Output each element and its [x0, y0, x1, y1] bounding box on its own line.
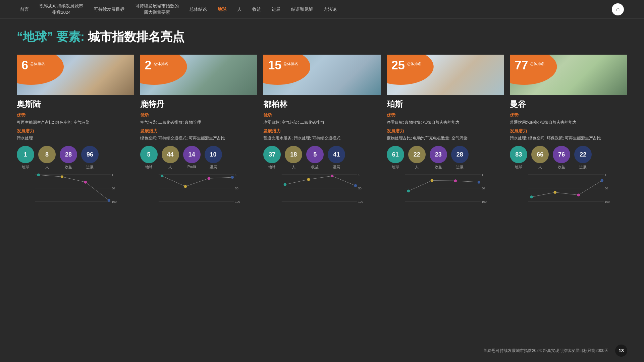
score-circle-bangkok-人: 66 [531, 146, 549, 163]
rank-badge-oslo: 6 总体排名 [17, 55, 64, 85]
rank-number-dublin: 15 [268, 59, 281, 71]
svg-point-55 [478, 181, 480, 183]
city-card-bangkok: 77 总体排名 曼谷 优势 普通饮用水服务; 抵御自然灾害的能力 发展潜力 污水… [510, 55, 627, 203]
svg-point-52 [407, 190, 410, 192]
score-item-perth-人: 22 人 [408, 146, 426, 170]
strengths-text-dublin: 净零目标; 空气污染; 二氧化碳排放 [263, 119, 381, 125]
score-item-bangkok-地球: 83 地球 [510, 146, 527, 170]
mini-chart-dublin: 150100 [263, 173, 381, 203]
score-circle-perth-人: 22 [408, 146, 426, 163]
scores-row-perth: 61 地球 22 人 23 收益 28 进展 [387, 146, 504, 170]
city-name-oslo: 奥斯陆 [17, 99, 134, 110]
score-label-oslo-人: 人 [45, 165, 49, 170]
title-rest: 城市指数排名亮点 [85, 30, 184, 44]
score-label-dublin-地球: 地球 [268, 165, 276, 170]
score-label-oslo-收益: 收益 [65, 165, 72, 170]
svg-point-13 [108, 199, 110, 202]
score-circle-bangkok-进展: 22 [574, 146, 592, 163]
card-image-perth: 25 总体排名 [387, 55, 504, 95]
score-label-perth-地球: 地球 [392, 165, 399, 170]
city-name-bangkok: 曼谷 [510, 99, 627, 110]
city-cards-grid: 6 总体排名 奥斯陆 优势 可再生能源生产占比; 绿色空间; 空气污染 发展潜力… [17, 55, 627, 203]
rank-number-oslo: 6 [21, 59, 28, 71]
score-label-bangkok-收益: 收益 [558, 165, 565, 170]
score-label-perth-人: 人 [415, 165, 419, 170]
score-circle-rotterdam-人: 44 [162, 146, 179, 163]
score-label-bangkok-人: 人 [538, 165, 542, 170]
score-label-bangkok-地球: 地球 [515, 165, 522, 170]
top-navigation: 前言 凯谛思可持续发展城市 指数2024 可持续发展目标 可持续发展城市指数的 … [0, 0, 644, 19]
nav-people[interactable]: 人 [237, 6, 241, 12]
score-label-bangkok-进展: 进展 [579, 165, 587, 170]
score-circle-perth-地球: 61 [387, 146, 404, 163]
nav-progress[interactable]: 进展 [272, 6, 280, 12]
rank-badge-bangkok: 77 总体排名 [510, 55, 557, 85]
score-item-perth-收益: 23 收益 [430, 146, 447, 170]
score-circle-perth-进展: 28 [451, 146, 469, 163]
page-title: “地球” 要素: 城市指数排名亮点 [17, 29, 627, 45]
score-circle-dublin-收益: 5 [306, 146, 324, 163]
nav-four-elements[interactable]: 可持续发展城市指数的 四大衡量要素 [135, 3, 179, 15]
svg-point-69 [601, 179, 603, 182]
nav-overall-conclusion[interactable]: 总体结论 [190, 6, 207, 12]
potential-label-rotterdam: 发展潜力 [140, 128, 258, 134]
page-number: 13 [615, 345, 627, 357]
svg-text:50: 50 [235, 187, 238, 190]
score-circle-oslo-地球: 1 [17, 146, 34, 163]
nav-earth[interactable]: 地球 [218, 6, 226, 12]
nav-methodology[interactable]: 方法论 [324, 6, 337, 12]
card-image-oslo: 6 总体排名 [17, 55, 134, 95]
score-item-dublin-进展: 41 进展 [328, 146, 345, 170]
strengths-label-rotterdam: 优势 [140, 112, 258, 118]
home-button[interactable]: ⌂ [612, 3, 624, 15]
card-image-rotterdam: 2 总体排名 [140, 55, 258, 95]
svg-text:100: 100 [605, 200, 610, 203]
rank-label-oslo: 总体排名 [30, 61, 45, 66]
svg-point-26 [207, 177, 210, 180]
svg-point-67 [554, 191, 556, 194]
nav-profit[interactable]: 收益 [252, 6, 261, 12]
potential-label-dublin: 发展潜力 [263, 128, 381, 134]
rank-number-bangkok: 77 [515, 59, 528, 71]
svg-text:1: 1 [482, 173, 483, 177]
score-circle-rotterdam-进展: 10 [205, 146, 222, 163]
score-item-oslo-人: 8 人 [38, 146, 56, 170]
score-label-dublin-人: 人 [292, 165, 296, 170]
strengths-label-dublin: 优势 [263, 112, 381, 118]
svg-point-12 [84, 181, 87, 183]
score-item-rotterdam-地球: 5 地球 [140, 146, 158, 170]
score-label-oslo-地球: 地球 [22, 165, 29, 170]
score-circle-dublin-人: 18 [285, 146, 302, 163]
rank-label-bangkok: 总体排名 [530, 61, 545, 66]
nav-preface[interactable]: 前言 [20, 6, 29, 12]
score-circle-perth-收益: 23 [430, 146, 447, 163]
svg-text:1: 1 [235, 173, 236, 177]
score-label-rotterdam-人: 人 [168, 165, 172, 170]
svg-point-54 [454, 179, 457, 182]
score-circle-oslo-进展: 96 [81, 146, 99, 163]
score-item-rotterdam-Profit: 14 Profit [183, 146, 201, 169]
potential-text-perth: 废物处理占比; 电动汽车充电桩数量; 空气污染 [387, 135, 504, 141]
score-circle-bangkok-地球: 83 [510, 146, 527, 163]
title-highlight: “地球” 要素: [17, 30, 85, 44]
svg-text:100: 100 [235, 200, 240, 203]
score-item-bangkok-收益: 76 收益 [553, 146, 570, 170]
score-label-dublin-收益: 收益 [311, 165, 319, 170]
svg-point-10 [37, 174, 40, 176]
rank-label-perth: 总体排名 [407, 61, 422, 66]
nav-index-2024[interactable]: 凯谛思可持续发展城市 指数2024 [40, 3, 83, 15]
score-label-dublin-进展: 进展 [333, 165, 340, 170]
nav-sdg[interactable]: 可持续发展目标 [94, 6, 124, 12]
score-item-perth-进展: 28 进展 [451, 146, 469, 170]
score-item-oslo-进展: 96 进展 [81, 146, 99, 170]
rank-badge-dublin: 15 总体排名 [263, 55, 310, 85]
strengths-text-rotterdam: 空气污染; 二氧化碳排放; 废物管理 [140, 119, 258, 125]
scores-row-oslo: 1 地球 8 人 28 收益 96 进展 [17, 146, 134, 170]
score-label-oslo-进展: 进展 [86, 165, 94, 170]
score-label-perth-进展: 进展 [456, 165, 464, 170]
nav-conclusion-insights[interactable]: 结语和见解 [291, 6, 313, 12]
svg-text:100: 100 [358, 200, 363, 203]
scores-row-rotterdam: 5 地球 44 人 14 Profit 10 进展 [140, 146, 258, 170]
potential-text-dublin: 普通饮用水服务; 污水处理; 可持续交通模式 [263, 135, 381, 141]
svg-point-68 [577, 194, 580, 196]
